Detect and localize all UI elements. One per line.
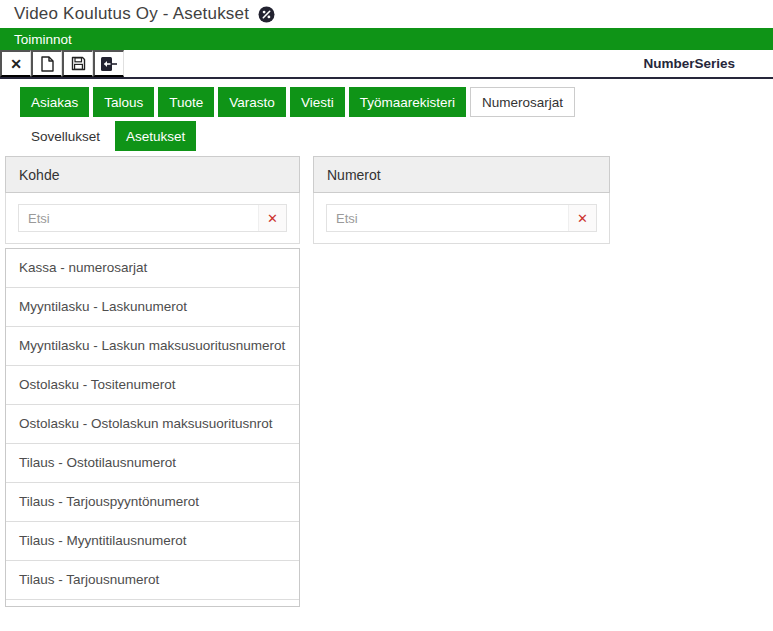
import-button[interactable]: [93, 50, 124, 77]
toolbar-spacer: [124, 50, 643, 77]
tab-sovellukset[interactable]: Sovellukset: [20, 121, 111, 151]
close-icon: ✕: [10, 57, 22, 71]
kohde-search-clear-button[interactable]: ✕: [258, 205, 286, 231]
page-title: Video Koulutus Oy - Asetukset: [14, 4, 249, 24]
save-icon: [71, 56, 86, 71]
tab-viesti[interactable]: Viesti: [290, 87, 345, 117]
numerot-panel-title: Numerot: [327, 167, 381, 183]
list-item[interactable]: Tilaus - Tarjouspyyntönumerot: [6, 483, 299, 522]
list-item[interactable]: Tilaus - Tarjousnumerot: [6, 561, 299, 600]
numerot-search-input[interactable]: [327, 205, 568, 231]
context-label: NumberSeries: [643, 56, 773, 71]
numerot-search-clear-button[interactable]: ✕: [568, 205, 596, 231]
kohde-panel-title: Kohde: [19, 167, 59, 183]
content-area: Kohde ✕ Kassa - numerosarjat Myyntilasku…: [0, 156, 773, 607]
kohde-panel-body: ✕: [5, 193, 300, 244]
tab-numerosarjat[interactable]: Numerosarjat: [470, 87, 575, 117]
gauge-icon: [258, 6, 275, 23]
list-item[interactable]: Ostolasku - Ostolaskun maksusuoritusnrot: [6, 405, 299, 444]
menu-item-toiminnot[interactable]: Toiminnot: [14, 32, 72, 47]
tab-tyomaarekisteri[interactable]: Työmaarekisteri: [349, 87, 466, 117]
numerot-column: Numerot ✕: [313, 156, 610, 244]
import-icon: [100, 56, 118, 72]
tab-talous[interactable]: Talous: [93, 87, 154, 117]
list-item-partial[interactable]: [6, 600, 299, 606]
toolbar: ✕ NumberSeries: [0, 50, 773, 79]
kohde-list: Kassa - numerosarjat Myyntilasku - Lasku…: [5, 248, 300, 607]
list-item[interactable]: Kassa - numerosarjat: [6, 249, 299, 288]
clear-icon: ✕: [267, 211, 278, 226]
tab-asetukset[interactable]: Asetukset: [115, 121, 196, 151]
clear-icon: ✕: [577, 211, 588, 226]
save-button[interactable]: [62, 50, 93, 77]
close-button[interactable]: ✕: [0, 50, 31, 77]
new-document-button[interactable]: [31, 50, 62, 77]
kohde-search-input[interactable]: [19, 205, 258, 231]
list-item[interactable]: Ostolasku - Tositenumerot: [6, 366, 299, 405]
list-item[interactable]: Myyntilasku - Laskun maksusuoritusnumero…: [6, 327, 299, 366]
kohde-panel: Kohde ✕: [5, 156, 300, 244]
primary-tabs: Asiakas Talous Tuote Varasto Viesti Työm…: [0, 87, 773, 117]
menubar: Toiminnot: [0, 28, 773, 50]
kohde-column: Kohde ✕ Kassa - numerosarjat Myyntilasku…: [5, 156, 300, 607]
tab-tuote[interactable]: Tuote: [158, 87, 214, 117]
list-item[interactable]: Myyntilasku - Laskunumerot: [6, 288, 299, 327]
tab-asiakas[interactable]: Asiakas: [20, 87, 89, 117]
numerot-panel-header: Numerot: [313, 156, 610, 193]
list-item[interactable]: Tilaus - Ostotilausnumerot: [6, 444, 299, 483]
numerot-panel: Numerot ✕: [313, 156, 610, 244]
kohde-panel-header: Kohde: [5, 156, 300, 193]
secondary-tabs: Sovellukset Asetukset: [0, 121, 773, 151]
tab-varasto[interactable]: Varasto: [218, 87, 286, 117]
numerot-search-group: ✕: [326, 204, 597, 232]
numerot-panel-body: ✕: [313, 193, 610, 244]
new-document-icon: [40, 56, 54, 72]
list-item[interactable]: Tilaus - Myyntitilausnumerot: [6, 522, 299, 561]
window-titlebar: Video Koulutus Oy - Asetukset: [0, 0, 773, 28]
kohde-search-group: ✕: [18, 204, 287, 232]
